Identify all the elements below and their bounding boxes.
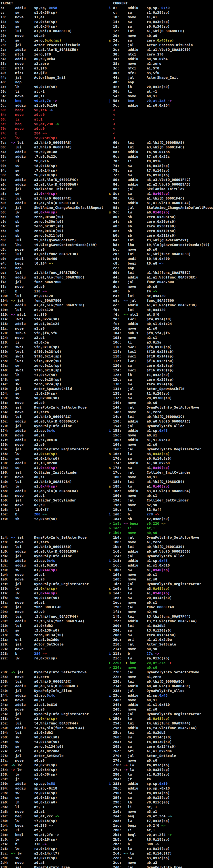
asm-row: > 220: ~> bne v0,at,278 ~> xyxy=(0,661,213,665)
target-line: fc: b 110 ~> xyxy=(0,289,46,293)
current-line: 240: move a0,s1 xyxy=(109,698,157,703)
asm-row: 28c: jr ra 284: jr ra xyxy=(0,777,213,781)
current-line: 210: jal Actor_SetScale xyxy=(109,642,176,647)
current-line: 2c4: ~> lw a2,0x14c(t7) xyxy=(109,851,172,856)
target-line: 134: swc1 $f10,0x14(sp) xyxy=(0,354,62,359)
current-line: c: sw s1,0x38(sp) xyxy=(109,10,170,15)
asm-row: 198: jal Collider_InitCylinder 17c: jal … xyxy=(0,470,213,475)
target-line: 2b4: beqz v0,2f8 ~> xyxy=(0,823,53,828)
asm-row: 6c: beq v0,at,230 ~> < xyxy=(0,122,213,126)
asm-row: 130: lwc1 $f10,0x28(s0) 114: lwc1 $f10,0… xyxy=(0,349,213,354)
asm-row: a4: jal SkelAnime_InitFlex 88: jal SkelA… xyxy=(0,187,213,191)
current-line: 2cc: move a0,a3 xyxy=(109,861,157,865)
target-line: 170: jal DynaPolyInfo_Alloc xyxy=(0,424,72,428)
asm-row: 1a4: lw a1,0x44(sp)s 188: lw a1,0x40(sp) xyxy=(0,484,213,489)
current-line: b0: sb zero,0x311(s0) xyxy=(109,233,176,238)
current-line: i 218: b 27c ~> xyxy=(109,651,159,656)
current-line: 2d0: jal DynaPolyInfo_Free xyxy=(109,865,182,868)
target-line: 140: swc1 $f16,0x18(sp) xyxy=(0,368,62,373)
asm-row: ec: lui a1,%hi(func_80A87BEC) d0: lui a1… xyxy=(0,271,213,275)
target-line: 27c: move a0,s0 xyxy=(0,758,45,763)
asm-row: 298: sw ra,0x14(sp) 290: sw ra,0x14(sp) xyxy=(0,791,213,795)
current-line: 7c: sw t6,0x10(sp) xyxy=(109,173,170,178)
asm-row: 1d0: addiu a0,a0,%lo(D_06001830) 1c0: ad… xyxy=(0,549,213,554)
asm-row: 110: ~> mtc1 at,$f6 f4: ~> mtc1 at,$f6 xyxy=(0,312,213,317)
current-line: 3c: mfc1 a1,$f0 xyxy=(109,66,159,71)
target-line: 188: lw a3,0x4c(sp) xyxy=(0,452,57,456)
asm-row: 78: lw ra,0x3c(sp) < xyxy=(0,136,213,141)
target-line: 24: sw zero,0x4c(sp) xyxy=(0,38,62,43)
target-line: 22c: lw ra,0x3c(sp) xyxy=(0,656,57,661)
asm-row: > 1b0: move a0,s0 xyxy=(0,531,213,535)
asm-row: 158: sw v0,0x300(s0) 13c: sw v0,0x300(s0… xyxy=(0,396,213,401)
current-line: 154: jal DynaPolyInfo_Alloc xyxy=(109,424,184,428)
target-line: 2c: addiu a1,a1,%lo(D_80A88CE0) xyxy=(0,48,78,52)
target-line: 2a4: li at,-1 xyxy=(0,805,45,809)
asm-row: 16c: addiu a0,a0,%lo(D_06000A1C) 150: ad… xyxy=(0,419,213,424)
target-line: 2bc: beql v0,at,2fc ~> xyxy=(0,833,59,837)
asm-row: 17c: addiu a1,s1,0x810 160: addiu a1,s1,… xyxy=(0,438,213,442)
current-line: 258: addiu t4,t4,%lo(func_80A87F44) xyxy=(109,726,197,730)
target-line: 28: jal Actor_ProcessInitChain xyxy=(0,43,80,48)
current-line: 28c: addiu sp,sp,-0x18 xyxy=(109,786,170,791)
current-line: 290: sw ra,0x14(sp) xyxy=(109,791,170,795)
current-line: < xyxy=(109,108,115,113)
asm-row: 2b0: lw t7,0x18(sp) 2a8: lw t7,0x18(sp) xyxy=(0,818,213,823)
target-line: 10c: lui at,0x4120 xyxy=(0,308,53,312)
asm-row: 2ac: beq v0,at,2cc ~> 2a4: beq v0,at,2c4… xyxy=(0,814,213,818)
target-line: b4: jal SkelAnime_ChangeAnimDefaultRepea… xyxy=(0,206,103,210)
current-line: > 1a8: ~> bnez v0,220 ~> xyxy=(109,521,166,526)
asm-row: 1d8: addiu a1,sp,0x4ci 1c8: addiu a1,sp,… xyxy=(0,558,213,563)
target-line: 23c: addiu a0,a0,%lo(D_0600BA8C) xyxy=(0,684,78,688)
target-line: 20c: addiu t3,t3,%lo(func_80A87F44) xyxy=(0,619,84,623)
current-line: 124: swc1 $f16,0x18(sp) xyxy=(109,368,174,373)
current-line: 1d8: move a2,s0 xyxy=(109,577,157,582)
current-line: 180: move a0,s1 xyxy=(109,475,157,479)
asm-row: 148: sw zero,0x28(sp) 12c: sw zero,0x28(… xyxy=(0,377,213,382)
target-line: 1e0: sw a1,0x44(sp) xyxy=(0,568,57,572)
current-line: s 8c: sw a1,0x40(sp) xyxy=(109,191,170,196)
asm-row: e4: beqz t0,104 ~> c8: beqz t0,e8 ~> xyxy=(0,261,213,266)
current-line: 184: lui a3,%hi(D_80A88CB4) xyxy=(109,479,184,484)
current-line: f8: lwc1 $f4,0x24(s0) xyxy=(109,317,172,321)
target-line: 294: addiu sp,sp,-0x18 xyxy=(0,786,57,791)
target-line: 80: lui a3,%hi(D_06001F4C) xyxy=(0,145,72,150)
asm-row: 22c: lw ra,0x3c(sp) 21c: lw ra,0x3c(sp) xyxy=(0,656,213,661)
current-line: 2c8: sw a3,0x1c(sp) xyxy=(109,856,170,861)
target-line: a0: addiu a2,a2,%lo(D_0600B9A8) xyxy=(0,182,78,187)
current-line: 1c: lui a1,%hi(D_80A88CE0) xyxy=(109,29,184,33)
current-line: b4: lui t9,%hi(gSaveContext) xyxy=(109,238,188,243)
current-line: s 24: sw zero,0x48(sp) xyxy=(109,38,174,43)
asm-row: 27c: move a0,s0 274: move a0,s0 xyxy=(0,758,213,763)
asm-row: 200: jal func_8003ECA8 1f0: jal func_800… xyxy=(0,605,213,610)
target-line: bc: sh zero,0x30a(s0) xyxy=(0,215,64,219)
current-line: < xyxy=(109,136,115,141)
current-line: s 250: lw a3,0x48(sp) xyxy=(109,716,170,721)
asm-row: 2b4: beqz v0,2f8 ~> 2ac: beqz v0,2f0 ~> xyxy=(0,823,213,828)
target-line: 1a8: addiu a3,a3,%lo(D_80A88CB4) xyxy=(0,489,78,493)
target-line: 15c: move a0,s0 xyxy=(0,401,45,405)
target-line: 128: li a3,0x5a xyxy=(0,340,49,345)
target-line: 14: sw ra,0x3c(sp) xyxy=(0,20,57,24)
current-line: s 9c: lw a0,0x40(sp) xyxy=(109,210,170,215)
target-line: 40: mfc1 a3,$f0 xyxy=(0,71,46,75)
asm-row: 138: lwc1 $f16,0x2c(s0) 11c: lwc1 $f16,0… xyxy=(0,359,213,363)
current-line: 2c: addiu a1,a1,%lo(D_80A88CE0) xyxy=(109,48,191,52)
target-line: 1b0: jal Collider_SetCylinder xyxy=(0,498,76,503)
current-line: i 288: addiu sp,sp,0x50 xyxy=(109,781,168,786)
current-line: 134: jal Actor_SpawnAsChild xyxy=(109,386,184,391)
current-line: 2bc: b 308 ~> xyxy=(109,842,159,846)
asm-row: ac: lui a1,%hi(D_06001F4C) 90: lui a1,%h… xyxy=(0,196,213,201)
current-line: 1c0: addiu a0,a0,%lo(D_06001830) xyxy=(109,549,191,554)
current-line: e4: lui at,0x4120 xyxy=(109,293,166,298)
asm-row: e8: nop cc: nop xyxy=(0,266,213,271)
asm-row: 228: b 284 ~>i 218: b 27c ~> xyxy=(0,651,213,656)
asm-row: 288: lw s1,0x38(sp) 280: lw s1,0x38(sp) xyxy=(0,772,213,777)
target-line: 90: sw t8,0x18(sp) xyxy=(0,163,57,168)
current-line: f4: ~> mtc1 at,$f6 xyxy=(109,312,159,317)
target-line: 1f8: sw v0,0x14c(s0) xyxy=(0,596,59,600)
target-line: 1d0: addiu a0,a0,%lo(D_06001830) xyxy=(0,549,78,554)
current-line: 1d4: move a0,s1 xyxy=(109,572,157,577)
asm-diff-output: TARGET CURRENT 8: addiu sp,sp,-0x58i 8: … xyxy=(0,0,213,868)
asm-row: f0: addiu a1,a1,%lo(func_80A87BEC) d4: a… xyxy=(0,275,213,280)
